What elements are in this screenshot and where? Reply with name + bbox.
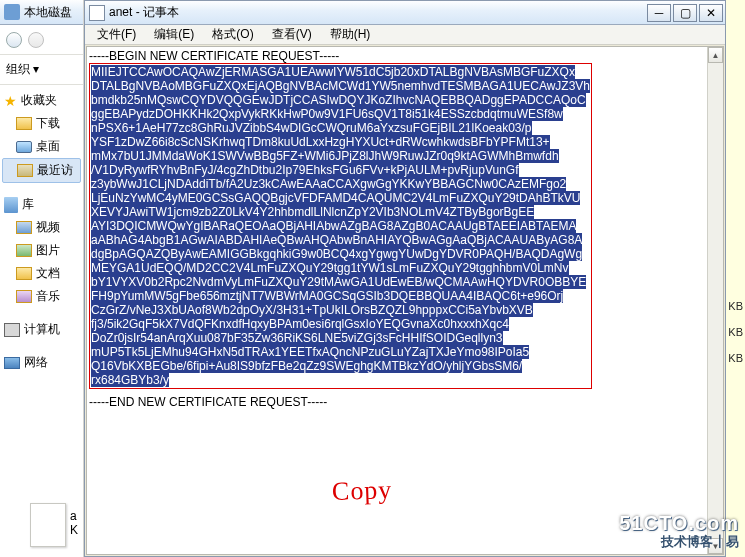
folder-icon xyxy=(17,164,33,177)
watermark-main: 51CTO.com xyxy=(619,512,739,535)
folder-icon xyxy=(16,117,32,130)
cert-line: MEYGA1UdEQQ/MD2CC2V4LmFuZXQuY29tgg1tYW1s… xyxy=(91,261,590,275)
explorer-toolbar xyxy=(0,25,83,55)
watermark-sub: 技术博客┃易 xyxy=(661,533,739,551)
sidebar-item-recent[interactable]: 最近访 xyxy=(2,158,81,183)
explorer-title: 本地磁盘 xyxy=(24,4,72,21)
cert-line: AYI3DQICMWQwYgIBARaQEOAaQBjAHIAbwAZgBAG8… xyxy=(91,219,590,233)
network-icon xyxy=(4,357,20,369)
scroll-up-button[interactable]: ▲ xyxy=(708,47,723,63)
notepad-icon xyxy=(89,5,105,21)
sidebar-item-pictures[interactable]: 图片 xyxy=(2,239,81,262)
library-label: 库 xyxy=(22,196,34,213)
notepad-window: anet - 记事本 ─ ▢ ✕ 文件(F) 编辑(E) 格式(O) 查看(V)… xyxy=(84,0,726,557)
cert-line: bY1VYXV0b2Rpc2NvdmVyLmFuZXQuY29tMAwGA1Ud… xyxy=(91,275,590,289)
sidebar-item-desktop[interactable]: 桌面 xyxy=(2,135,81,158)
file-thumbnail[interactable] xyxy=(30,503,66,547)
video-label: 视频 xyxy=(36,219,60,236)
cert-line: /V1DyRywfRYhvBnFyJ/4cgZhDtbu2Ip79EhksFGu… xyxy=(91,163,590,177)
cert-line: nPSX6+1AeH77zc8GhRuJVZibbS4wDIGcCWQruM6a… xyxy=(91,121,590,135)
documents-icon xyxy=(16,267,32,280)
cert-line: mUP5Tk5LjEMhu94GHxN5dTRAx1YEETfxAQncNPzu… xyxy=(91,345,590,359)
menu-help[interactable]: 帮助(H) xyxy=(322,24,379,45)
kb-label-3: KB xyxy=(728,352,743,364)
sidebar-item-downloads[interactable]: 下载 xyxy=(2,112,81,135)
kb-label-1: KB xyxy=(728,300,743,312)
star-icon: ★ xyxy=(4,93,17,109)
menu-view[interactable]: 查看(V) xyxy=(264,24,320,45)
pictures-label: 图片 xyxy=(36,242,60,259)
music-icon xyxy=(16,290,32,303)
desktop-label: 桌面 xyxy=(36,138,60,155)
explorer-pane: 本地磁盘 组织 ▾ ★收藏夹 下载 桌面 最近访 库 视频 图片 文档 音乐 计… xyxy=(0,0,84,557)
cert-line: rx684GBYb3/y xyxy=(91,373,590,387)
documents-label: 文档 xyxy=(36,265,60,282)
cert-line: ggEBAPydzDOHKKHk2QxpVykRKkHwP0w9V1FU6sQV… xyxy=(91,107,590,121)
cert-begin: -----BEGIN NEW CERTIFICATE REQUEST----- xyxy=(89,49,705,63)
organize-bar[interactable]: 组织 ▾ xyxy=(0,55,83,85)
computer-label: 计算机 xyxy=(24,321,60,338)
favorites-header[interactable]: ★收藏夹 xyxy=(2,89,81,112)
library-icon xyxy=(4,197,18,213)
sidebar-item-computer[interactable]: 计算机 xyxy=(2,318,81,341)
annotation-copy: Copy xyxy=(331,475,392,507)
explorer-titlebar: 本地磁盘 xyxy=(0,0,83,25)
sidebar-item-documents[interactable]: 文档 xyxy=(2,262,81,285)
downloads-label: 下载 xyxy=(36,115,60,132)
thumb-label: a xyxy=(70,509,77,523)
cert-end: -----END NEW CERTIFICATE REQUEST----- xyxy=(89,395,705,409)
scroll-track[interactable] xyxy=(708,63,723,538)
cert-line: DTALBgNVBAoMBGFuZXQxEjAQBgNVBAcMCWd1YW5n… xyxy=(91,79,590,93)
menu-edit[interactable]: 编辑(E) xyxy=(146,24,202,45)
menu-file[interactable]: 文件(F) xyxy=(89,24,144,45)
sidebar-item-music[interactable]: 音乐 xyxy=(2,285,81,308)
cert-line: CzGrZ/vNeJ3XbUAof8Wb2dpOyX/3H31+TpUkILOr… xyxy=(91,303,590,317)
music-label: 音乐 xyxy=(36,288,60,305)
drive-icon xyxy=(4,4,20,20)
pictures-icon xyxy=(16,244,32,257)
cert-line: YSF1zDwZ66i8cScNSKrhwqTDm8kuUdLxxHzgHYXU… xyxy=(91,135,590,149)
cert-line: dgBpAGQAZQByAwEAMIGGBkgqhkiG9w0BCQ4xgYgw… xyxy=(91,247,590,261)
menubar: 文件(F) 编辑(E) 格式(O) 查看(V) 帮助(H) xyxy=(85,25,725,45)
cert-line: MIIEJTCCAwOCAQAwZjERMASGA1UEAwwIYW51dC5j… xyxy=(91,65,590,79)
favorites-label: 收藏夹 xyxy=(21,92,57,109)
cert-line: LjEuNzYwMC4yME0GCSsGAQQBgjcVFDFAMD4CAQUM… xyxy=(91,191,590,205)
maximize-button[interactable]: ▢ xyxy=(673,4,697,22)
vertical-scrollbar[interactable]: ▲ ▼ xyxy=(707,47,723,554)
computer-icon xyxy=(4,323,20,337)
forward-icon[interactable] xyxy=(28,32,44,48)
editor-area[interactable]: -----BEGIN NEW CERTIFICATE REQUEST-----M… xyxy=(86,46,724,555)
cert-line: aABhAG4AbgB1AGwAIABDAHIAeQBwAHQAbwBnAHIA… xyxy=(91,233,590,247)
organize-label[interactable]: 组织 ▾ xyxy=(6,61,39,78)
cert-line: FH9pYumMW5gFbe656mztjNT7WBWrMA0GCSqGSIb3… xyxy=(91,289,590,303)
cert-line: bmdkb25nMQswCQYDVQQGEwJDTjCCASIwDQYJKoZI… xyxy=(91,93,590,107)
sidebar-item-video[interactable]: 视频 xyxy=(2,216,81,239)
notepad-titlebar[interactable]: anet - 记事本 ─ ▢ ✕ xyxy=(85,1,725,25)
minimize-button[interactable]: ─ xyxy=(647,4,671,22)
cert-line: z3ybWwJ1CLjNDAddiTb/fA2Uz3kCAwEAAaCCAXgw… xyxy=(91,177,590,191)
kb-label-2: KB xyxy=(728,326,743,338)
cert-line: DoZr0jsIr54anArqXuu087bF35Zw36RiKS6LNE5v… xyxy=(91,331,590,345)
video-icon xyxy=(16,221,32,234)
thumb-ext: K xyxy=(70,523,78,537)
network-label: 网络 xyxy=(24,354,48,371)
sidebar-item-network[interactable]: 网络 xyxy=(2,351,81,374)
desktop-icon xyxy=(16,141,32,153)
menu-format[interactable]: 格式(O) xyxy=(204,24,261,45)
recent-label: 最近访 xyxy=(37,162,73,179)
selection-box: MIIEJTCCAwOCAQAwZjERMASGA1UEAwwIYW51dC5j… xyxy=(89,63,592,389)
back-icon[interactable] xyxy=(6,32,22,48)
cert-line: mMx7bU1JMMdaWoK1SWVwBBg5FZ+WMi6JPjZ8lJhW… xyxy=(91,149,590,163)
cert-line: XEVYJAwiTW1jcm9zb2Z0LkV4Y2hhbmdlLlNlcnZp… xyxy=(91,205,590,219)
cert-line: fj3/5ik2GqF5kX7VdQFKnxdfHqxyBPAm0esi6rql… xyxy=(91,317,590,331)
cert-line: Q16VbKXBEGbe/6fipi+Au8IS9bfzFBe2qZz9SWEg… xyxy=(91,359,590,373)
close-button[interactable]: ✕ xyxy=(699,4,723,22)
library-header[interactable]: 库 xyxy=(2,193,81,216)
notepad-title: anet - 记事本 xyxy=(109,4,179,21)
